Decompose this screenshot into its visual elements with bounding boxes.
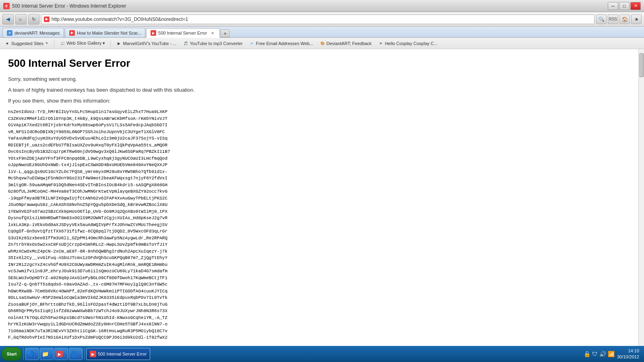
start-button[interactable]: Start [2, 347, 22, 361]
content-area: 500 Internal Server Error Sorry, somethi… [0, 49, 638, 346]
taskbar-sep-2 [84, 348, 85, 360]
address-text: http://www.youtube.com/watch?v=3G_DOIHuN… [52, 16, 188, 22]
lock-icon: 🔒 [584, 351, 590, 357]
refresh-button[interactable]: ↻ [28, 14, 39, 25]
system-clock: 14:10 30/10/2012 [617, 348, 639, 360]
suggested-sites-icon: ★ [4, 41, 10, 46]
hello-cosplay-icon: ☀ [378, 41, 384, 46]
title-bar: e 500 Internal Server Error - Windows In… [0, 0, 644, 12]
tab-icon-500: ▶ [151, 30, 156, 36]
address-bar-area: ◄ ► ↻ ▶ http://www.youtube.com/watch?v=3… [0, 12, 644, 27]
dispatch-message: A team of highly trained monkeys has bee… [8, 87, 630, 93]
notification-area: 🔒 🛡 🔊 📶 [584, 351, 615, 357]
taskbar-icon-user[interactable]: 👤 [69, 348, 83, 360]
taskbar-ie-icon: ▶ [90, 351, 96, 357]
volume-icon: 🔊 [599, 351, 606, 357]
user-taskbar-icon: 👤 [71, 351, 77, 357]
new-tab-button[interactable]: + [221, 29, 229, 37]
taskbar-icon-explorer[interactable]: 📁 [40, 348, 54, 360]
search-button[interactable]: 🔍 [596, 14, 607, 24]
tab-close-button[interactable]: ✕ [210, 30, 215, 36]
web-slice-icon: 📰 [60, 41, 65, 46]
taskbar-right: 🔒 🛡 🔊 📶 14:10 30/10/2012 [584, 348, 642, 360]
tab-slender[interactable]: ▶ How to Make Slender Not Scar... [65, 28, 145, 37]
show-message: If you see them, show them this informat… [8, 98, 630, 104]
taskbar-sep-1 [23, 348, 24, 360]
error-code-block: nsZenIdUoz-TrD_hMrBlIUyYnSLFc5HupSin17as… [8, 109, 630, 341]
scrollbar-thumb[interactable] [639, 53, 644, 77]
back-button[interactable]: ◄ [2, 14, 14, 25]
rss-button[interactable]: RSS [608, 14, 618, 24]
maximize-button[interactable]: □ [619, 2, 630, 10]
tab-icon-deviantart: d [7, 30, 12, 36]
suggested-dropdown-icon: ▼ [45, 41, 49, 45]
ie-taskbar-icon: 🔵 [27, 351, 34, 357]
address-box[interactable]: ▶ http://www.youtube.com/watch?v=3G_DOIH… [41, 14, 594, 24]
shield-icon: 🛡 [592, 351, 598, 357]
deviantart-feedback-button[interactable]: 🎨 DeviantART; Feedback [318, 40, 374, 47]
taskbar-browser-label: 500 Internal Server Error [98, 352, 147, 356]
minimize-button[interactable]: ─ [608, 2, 618, 10]
favorites-bar: ★ Suggested Sites ▼ 📰 Web Slice Gallery … [0, 38, 644, 49]
window-controls: ─ □ ✕ [608, 2, 641, 10]
tab-deviantart[interactable]: d deviantART: Messages [2, 28, 64, 37]
scrollbar-right[interactable] [638, 49, 644, 346]
fav-separator-1 [54, 40, 54, 47]
marvelgirliv-icon: ▶ [116, 41, 122, 46]
taskbar-ie-browser[interactable]: ▶ 500 Internal Server Error [86, 348, 150, 360]
hello-cosplay-button[interactable]: ☀ Hello Cosplay Cosplay C... [376, 40, 440, 47]
taskbar-icon-ie[interactable]: 🔵 [25, 348, 39, 360]
tab-500error[interactable]: ▶ 500 Internal Server Error ✕ [146, 28, 220, 38]
browser-content-wrapper: 500 Internal Server Error Sorry, somethi… [0, 49, 644, 346]
close-button[interactable]: ✕ [630, 2, 641, 10]
marvelgirliv-button[interactable]: ▶ MarvelGirlIV's YouTube - ... [114, 40, 178, 47]
right-controls: 🔍 RSS 🏠 ★ [596, 14, 642, 24]
sorry-message: Sorry, something went wrong. [8, 76, 630, 82]
ie-logo: e [3, 3, 10, 9]
tab-icon-slender: ▶ [69, 30, 75, 36]
fav-separator-2 [110, 40, 111, 47]
explorer-taskbar-icon: 📁 [42, 351, 48, 357]
error-title: 500 Internal Server Error [8, 57, 630, 70]
clock-time: 14:10 [617, 348, 639, 354]
deviantart-feedback-icon: 🎨 [320, 41, 325, 46]
taskbar-icon-media[interactable]: ▶ [54, 348, 68, 360]
youtube-mp3-button[interactable]: 🎵 YouTube to mp3 Converter [181, 40, 245, 47]
tabs-bar: d deviantART: Messages ▶ How to Make Sle… [0, 27, 644, 38]
free-email-button[interactable]: 📧 Free Email Addresses Web... [247, 40, 315, 47]
forward-button[interactable]: ► [15, 14, 27, 25]
suggested-sites-button[interactable]: ★ Suggested Sites ▼ [2, 40, 51, 47]
home-button[interactable]: 🏠 [619, 14, 630, 24]
free-email-icon: 📧 [249, 41, 255, 46]
web-slice-gallery-button[interactable]: 📰 Web Slice Gallery ▾ [58, 40, 107, 47]
window-title: 500 Internal Server Error - Windows Inte… [12, 3, 126, 9]
network-icon: 📶 [608, 351, 615, 357]
favorites-button[interactable]: ★ [631, 14, 642, 24]
title-bar-left: e 500 Internal Server Error - Windows In… [3, 3, 126, 9]
taskbar: Start 🔵 📁 ▶ 👤 ▶ 500 Internal Server Erro… [0, 346, 644, 362]
media-taskbar-icon: ▶ [56, 351, 63, 357]
site-favicon: ▶ [44, 16, 50, 22]
youtube-mp3-icon: 🎵 [183, 41, 189, 46]
clock-date: 30/10/2012 [617, 354, 639, 360]
